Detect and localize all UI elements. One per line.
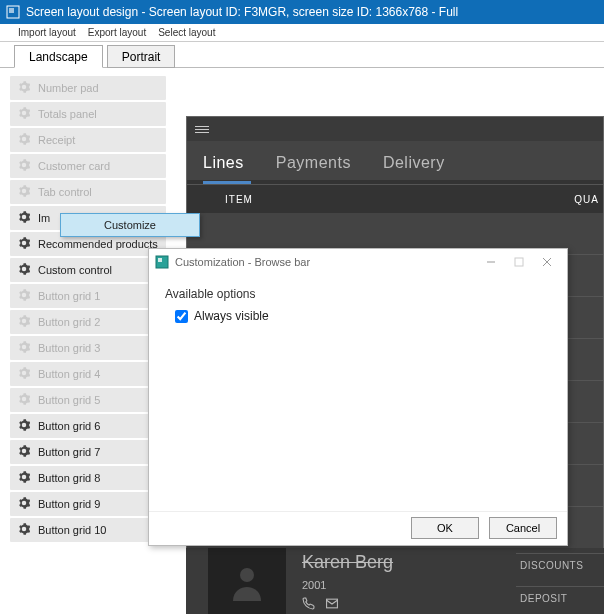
gear-icon <box>18 341 30 355</box>
dialog-titlebar: Customization - Browse bar <box>149 249 567 275</box>
palette-item-label: Im <box>38 212 50 224</box>
tab-strip: Landscape Portrait <box>0 42 604 68</box>
palette-item-label: Receipt <box>38 134 75 146</box>
palette-item-label: Tab control <box>38 186 92 198</box>
palette-item-label: Recommended products <box>38 238 158 250</box>
preview-footer: Karen Berg 2001 DISCOUNTS DEPOSIT <box>186 548 604 614</box>
gear-icon <box>18 367 30 381</box>
tab-portrait[interactable]: Portrait <box>107 45 176 68</box>
preview-topbar <box>187 117 603 141</box>
gear-icon <box>18 445 30 459</box>
close-icon <box>542 257 552 267</box>
gear-icon <box>18 185 30 199</box>
minimize-button[interactable] <box>477 251 505 273</box>
grid-header: ITEM QUA <box>187 185 603 213</box>
maximize-button[interactable] <box>505 251 533 273</box>
app-icon <box>6 5 20 19</box>
user-name: Karen Berg <box>302 552 516 573</box>
palette-item-label: Button grid 3 <box>38 342 100 354</box>
minimize-icon <box>486 257 496 267</box>
user-year: 2001 <box>302 579 516 591</box>
gear-icon <box>18 107 30 121</box>
palette-item[interactable]: Receipt <box>10 128 166 152</box>
context-menu-customize[interactable]: Customize <box>63 216 197 234</box>
palette-item[interactable]: Custom control <box>10 258 166 282</box>
gear-icon <box>18 393 30 407</box>
avatar <box>208 548 286 614</box>
palette-item[interactable]: Button grid 6 <box>10 414 166 438</box>
always-visible-label: Always visible <box>194 309 269 323</box>
window-title: Screen layout design - Screen layout ID:… <box>26 5 458 19</box>
palette-item[interactable]: Button grid 4 <box>10 362 166 386</box>
palette-item-label: Button grid 6 <box>38 420 100 432</box>
tab-landscape[interactable]: Landscape <box>14 45 103 68</box>
menu-select-layout[interactable]: Select layout <box>158 27 215 38</box>
palette-item[interactable]: Button grid 9 <box>10 492 166 516</box>
hamburger-icon[interactable] <box>195 126 209 133</box>
palette-item-label: Customer card <box>38 160 110 172</box>
window-titlebar: Screen layout design - Screen layout ID:… <box>0 0 604 24</box>
preview-tab-delivery[interactable]: Delivery <box>383 154 445 172</box>
palette-item-label: Button grid 2 <box>38 316 100 328</box>
palette-item-label: Custom control <box>38 264 112 276</box>
svg-rect-7 <box>515 258 523 266</box>
palette-item-label: Button grid 4 <box>38 368 100 380</box>
gear-icon <box>18 523 30 537</box>
preview-tab-payments[interactable]: Payments <box>276 154 351 172</box>
palette-item[interactable]: Button grid 8 <box>10 466 166 490</box>
palette-item-label: Button grid 9 <box>38 498 100 510</box>
palette-item[interactable]: Totals panel <box>10 102 166 126</box>
always-visible-option[interactable]: Always visible <box>175 309 551 323</box>
svg-rect-1 <box>9 8 14 13</box>
palette-item[interactable]: Tab control <box>10 180 166 204</box>
person-icon <box>227 561 267 601</box>
cancel-button[interactable]: Cancel <box>489 517 557 539</box>
gear-icon <box>18 471 30 485</box>
palette-item-label: Button grid 10 <box>38 524 107 536</box>
customization-dialog: Customization - Browse bar Available opt… <box>148 248 568 546</box>
menu-export-layout[interactable]: Export layout <box>88 27 146 38</box>
gear-icon <box>18 81 30 95</box>
palette-item-label: Totals panel <box>38 108 97 120</box>
phone-icon[interactable] <box>302 597 315 610</box>
palette-item-label: Button grid 5 <box>38 394 100 406</box>
menubar: Import layout Export layout Select layou… <box>0 24 604 42</box>
palette-item-label: Button grid 7 <box>38 446 100 458</box>
footer-discounts[interactable]: DISCOUNTS <box>516 553 604 577</box>
mail-icon[interactable] <box>325 597 339 610</box>
palette-item-label: Number pad <box>38 82 99 94</box>
maximize-icon <box>514 257 524 267</box>
ok-button[interactable]: OK <box>411 517 479 539</box>
palette-item[interactable]: Button grid 7 <box>10 440 166 464</box>
preview-tabs: Lines Payments Delivery <box>187 141 603 185</box>
palette-item[interactable]: Customer card <box>10 154 166 178</box>
dialog-title: Customization - Browse bar <box>175 256 310 268</box>
available-options-label: Available options <box>165 287 551 301</box>
gear-icon <box>18 263 30 277</box>
gear-icon <box>18 211 30 225</box>
menu-import-layout[interactable]: Import layout <box>18 27 76 38</box>
close-button[interactable] <box>533 251 561 273</box>
preview-tab-lines[interactable]: Lines <box>203 154 244 172</box>
palette-item[interactable]: Button grid 2 <box>10 310 166 334</box>
palette-item-label: Button grid 8 <box>38 472 100 484</box>
gear-icon <box>18 159 30 173</box>
gear-icon <box>18 133 30 147</box>
footer-deposit[interactable]: DEPOSIT <box>516 586 604 610</box>
dialog-icon <box>155 255 169 269</box>
grid-header-item: ITEM <box>187 194 574 205</box>
palette-item-label: Button grid 1 <box>38 290 100 302</box>
palette-item[interactable]: Number pad <box>10 76 166 100</box>
palette-item[interactable]: Button grid 5 <box>10 388 166 412</box>
context-menu: Customize <box>60 213 200 237</box>
svg-rect-5 <box>158 258 162 262</box>
gear-icon <box>18 497 30 511</box>
always-visible-checkbox[interactable] <box>175 310 188 323</box>
palette-item[interactable]: Button grid 10 <box>10 518 166 542</box>
svg-point-2 <box>240 568 254 582</box>
grid-header-quantity: QUA <box>574 194 603 205</box>
gear-icon <box>18 237 30 251</box>
palette-item[interactable]: Button grid 1 <box>10 284 166 308</box>
gear-icon <box>18 289 30 303</box>
palette-item[interactable]: Button grid 3 <box>10 336 166 360</box>
